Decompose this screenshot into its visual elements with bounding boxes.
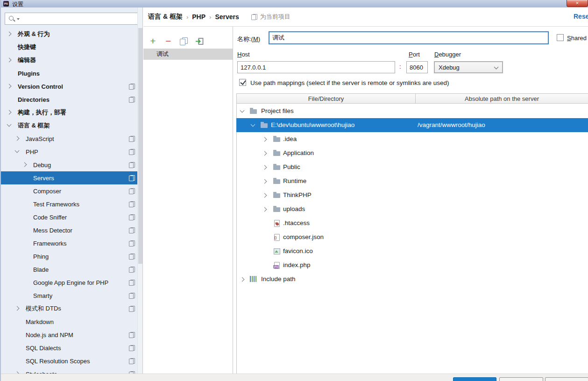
- mapped-path-cell: /vagrant/wwwroot/hujiao: [418, 121, 485, 128]
- sidebar-item[interactable]: SQL Dialects: [0, 341, 143, 354]
- search-box[interactable]: [5, 13, 140, 25]
- sidebar-item[interactable]: Directories: [0, 93, 143, 106]
- reset-link[interactable]: Reset: [574, 13, 588, 20]
- server-name-input[interactable]: [269, 31, 549, 44]
- sidebar-item[interactable]: Mess Detector: [0, 224, 143, 237]
- footer-button-primary[interactable]: [453, 377, 496, 381]
- chevron-right-icon[interactable]: [262, 137, 267, 142]
- remove-server-button[interactable]: −: [161, 35, 176, 47]
- sidebar-item[interactable]: Blade: [0, 263, 143, 276]
- chevron-right-icon[interactable]: [22, 162, 27, 167]
- sidebar-item[interactable]: 模式和 DTDs: [0, 302, 143, 315]
- sidebar-item[interactable]: Plugins: [0, 67, 143, 80]
- copy-icon: [129, 188, 135, 194]
- phpstorm-app-icon: PS: [3, 1, 9, 7]
- titlebar[interactable]: PS 设置 ✕: [0, 0, 588, 7]
- chevron-right-icon[interactable]: [240, 277, 245, 282]
- sidebar-item[interactable]: Frameworks: [0, 237, 143, 250]
- table-row[interactable]: Public: [237, 160, 588, 174]
- sidebar-item[interactable]: JavaScript: [0, 132, 143, 145]
- copy-server-button[interactable]: [176, 35, 191, 47]
- sidebar-item[interactable]: Composer: [0, 184, 143, 198]
- chevron-right-icon[interactable]: [7, 84, 12, 89]
- footer-button-2[interactable]: [545, 377, 588, 381]
- sidebar-item-label: 模式和 DTDs: [26, 304, 61, 313]
- table-row[interactable]: ThinkPHP: [237, 188, 588, 202]
- chevron-down-icon[interactable]: [251, 122, 255, 127]
- sidebar-item[interactable]: Stylesheets: [0, 367, 143, 374]
- chevron-right-icon[interactable]: [7, 110, 12, 115]
- scrollbar-thumb[interactable]: [138, 28, 142, 264]
- chevron-right-icon[interactable]: [7, 32, 12, 36]
- column-header-absolute-path: Absolute path on the server: [416, 94, 588, 103]
- chevron-down-icon: [494, 65, 499, 70]
- add-server-button[interactable]: +: [145, 35, 161, 47]
- sidebar-item[interactable]: 快捷键: [0, 41, 143, 54]
- sidebar-item[interactable]: 外观 & 行为: [0, 28, 143, 41]
- import-server-button[interactable]: [191, 35, 207, 47]
- chevron-right-icon[interactable]: [262, 193, 267, 198]
- table-row[interactable]: uploads: [237, 202, 588, 216]
- search-filter-dropdown-icon[interactable]: [17, 18, 20, 20]
- server-list-item[interactable]: 调试: [143, 49, 233, 60]
- table-row[interactable]: E:\dev\ubuntu\wwwroot\hujiao /vagrant/ww…: [236, 118, 588, 132]
- chevron-right-icon[interactable]: [262, 179, 267, 184]
- table-row[interactable]: favicon.ico: [237, 244, 588, 258]
- chevron-down-icon[interactable]: [15, 148, 20, 153]
- sidebar-item[interactable]: Google App Engine for PHP: [0, 276, 143, 289]
- sidebar-item-label: 快捷键: [18, 43, 36, 51]
- footer-button-1[interactable]: [499, 377, 543, 381]
- folder-icon: [273, 163, 281, 171]
- table-row[interactable]: composer.json: [237, 230, 588, 244]
- breadcrumb-segment[interactable]: Servers: [215, 13, 239, 21]
- sidebar-item[interactable]: Test Frameworks: [0, 198, 143, 211]
- table-row[interactable]: Project files: [237, 104, 588, 118]
- table-row[interactable]: .htaccess: [237, 216, 588, 230]
- table-row[interactable]: index.php: [237, 258, 588, 272]
- sidebar-item[interactable]: Markdown: [0, 315, 143, 328]
- chevron-right-icon[interactable]: [262, 151, 267, 156]
- search-input[interactable]: [21, 14, 138, 24]
- chevron-right-icon[interactable]: [262, 207, 267, 212]
- sidebar-item[interactable]: 编辑器: [0, 54, 143, 67]
- copy-icon: [129, 280, 135, 286]
- chevron-right-icon[interactable]: [15, 306, 20, 311]
- debugger-select[interactable]: Xdebug: [434, 61, 503, 73]
- table-row[interactable]: Runtime: [237, 174, 588, 188]
- sidebar-item[interactable]: Code Sniffer: [0, 211, 143, 224]
- sidebar-item-label: Composer: [33, 188, 61, 195]
- table-row[interactable]: Application: [237, 146, 588, 160]
- sidebar-item[interactable]: SQL Resolution Scopes: [0, 354, 143, 367]
- sidebar-item[interactable]: Servers: [0, 171, 143, 184]
- chevron-right-icon[interactable]: [15, 136, 20, 141]
- sidebar-item[interactable]: 语言 & 框架: [0, 119, 143, 132]
- table-row[interactable]: .idea: [237, 132, 588, 146]
- chevron-right-icon[interactable]: [7, 58, 12, 63]
- sidebar-item[interactable]: 构建，执行，部署: [0, 106, 143, 119]
- port-input[interactable]: [406, 61, 428, 73]
- sidebar-scrollbar[interactable]: [137, 7, 142, 374]
- use-path-mappings-checkbox[interactable]: [239, 79, 246, 86]
- breadcrumb-segment[interactable]: 语言 & 框架: [148, 13, 183, 21]
- table-row[interactable]: Include path: [237, 272, 588, 286]
- sidebar-item[interactable]: Smarty: [0, 289, 143, 302]
- close-button[interactable]: ✕: [567, 0, 588, 7]
- breadcrumb-segment[interactable]: PHP: [192, 13, 205, 21]
- sidebar-item[interactable]: Debug: [0, 158, 143, 171]
- sidebar-item[interactable]: Version Control: [0, 80, 143, 93]
- shared-checkbox[interactable]: [557, 34, 564, 41]
- copy-icon: [129, 84, 135, 90]
- server-list-panel: + − 调试: [143, 27, 233, 374]
- sidebar-item-label: Smarty: [33, 292, 52, 299]
- sidebar-item[interactable]: PHP: [0, 145, 143, 158]
- host-input[interactable]: [237, 61, 395, 73]
- copy-icon: [129, 149, 135, 155]
- sidebar-item-label: 编辑器: [18, 56, 36, 64]
- sidebar-item[interactable]: Node.js and NPM: [0, 328, 143, 341]
- copy-icon: [129, 267, 135, 273]
- chevron-down-icon[interactable]: [7, 122, 12, 127]
- sidebar-item[interactable]: Phing: [0, 250, 143, 263]
- chevron-down-icon[interactable]: [240, 108, 245, 113]
- chevron-right-icon[interactable]: [262, 165, 267, 170]
- file-directory-cell: Application: [283, 149, 314, 156]
